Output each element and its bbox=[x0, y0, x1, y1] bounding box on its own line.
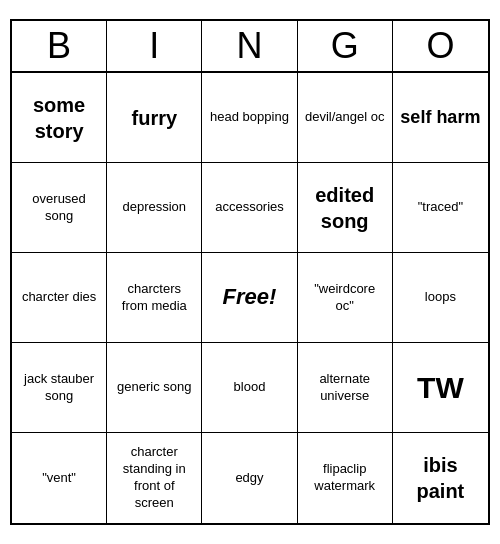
bingo-cell-0[interactable]: some story bbox=[12, 73, 107, 163]
bingo-cell-12[interactable]: Free! bbox=[202, 253, 297, 343]
header-i: I bbox=[107, 21, 202, 71]
header-n: N bbox=[202, 21, 297, 71]
bingo-cell-2[interactable]: head bopping bbox=[202, 73, 297, 163]
bingo-cell-5[interactable]: overused song bbox=[12, 163, 107, 253]
bingo-cell-11[interactable]: charcters from media bbox=[107, 253, 202, 343]
bingo-cell-24[interactable]: ibis paint bbox=[393, 433, 488, 523]
bingo-cell-21[interactable]: charcter standing in front of screen bbox=[107, 433, 202, 523]
bingo-cell-9[interactable]: "traced" bbox=[393, 163, 488, 253]
bingo-cell-7[interactable]: accessories bbox=[202, 163, 297, 253]
bingo-cell-4[interactable]: self harm bbox=[393, 73, 488, 163]
bingo-cell-15[interactable]: jack stauber song bbox=[12, 343, 107, 433]
header-o: O bbox=[393, 21, 488, 71]
bingo-cell-1[interactable]: furry bbox=[107, 73, 202, 163]
header-b: B bbox=[12, 21, 107, 71]
bingo-cell-6[interactable]: depression bbox=[107, 163, 202, 253]
bingo-cell-16[interactable]: generic song bbox=[107, 343, 202, 433]
bingo-grid: some storyfurryhead boppingdevil/angel o… bbox=[12, 73, 488, 523]
bingo-card: B I N G O some storyfurryhead boppingdev… bbox=[10, 19, 490, 525]
bingo-cell-13[interactable]: "weirdcore oc" bbox=[298, 253, 393, 343]
bingo-cell-8[interactable]: edited song bbox=[298, 163, 393, 253]
bingo-cell-17[interactable]: blood bbox=[202, 343, 297, 433]
bingo-cell-3[interactable]: devil/angel oc bbox=[298, 73, 393, 163]
bingo-cell-20[interactable]: "vent" bbox=[12, 433, 107, 523]
bingo-cell-18[interactable]: alternate universe bbox=[298, 343, 393, 433]
bingo-cell-22[interactable]: edgy bbox=[202, 433, 297, 523]
bingo-cell-23[interactable]: flipaclip watermark bbox=[298, 433, 393, 523]
bingo-cell-10[interactable]: charcter dies bbox=[12, 253, 107, 343]
bingo-cell-19[interactable]: TW bbox=[393, 343, 488, 433]
header-g: G bbox=[298, 21, 393, 71]
bingo-cell-14[interactable]: loops bbox=[393, 253, 488, 343]
bingo-header: B I N G O bbox=[12, 21, 488, 73]
